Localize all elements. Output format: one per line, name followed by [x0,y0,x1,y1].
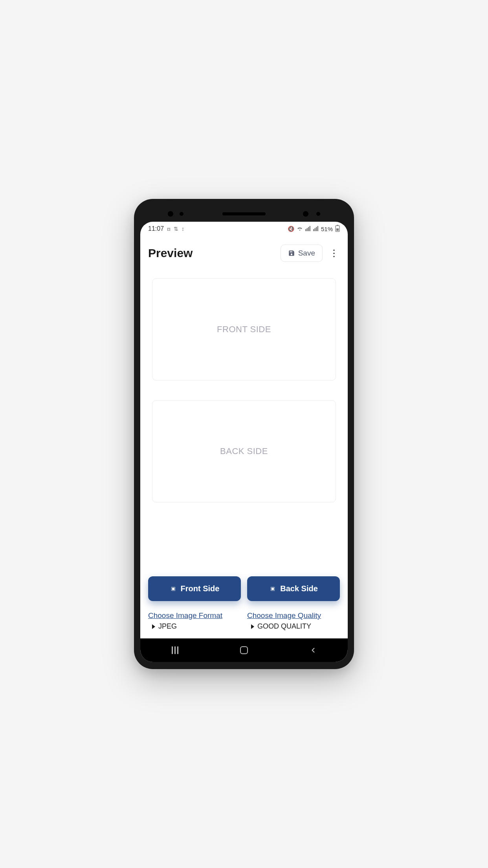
triangle-right-icon [152,624,155,629]
more-menu-button[interactable]: ⋮ [328,245,340,261]
save-button[interactable]: Save [281,245,323,262]
image-format-value: JPEG [158,622,177,631]
crop-icon [269,585,276,592]
status-battery-percent: 51% [321,226,333,232]
back-side-preview[interactable]: BACK SIDE [152,400,336,502]
app-header: Preview Save ⋮ [140,236,348,270]
svg-rect-4 [313,229,314,231]
status-icon: ⇅ [174,226,178,232]
battery-icon [335,225,340,233]
status-icon: ⧈ [167,226,171,232]
signal-icon [313,226,319,232]
wifi-icon [297,226,303,232]
mute-icon: 🔇 [288,226,294,232]
signal-icon [305,226,311,232]
nav-back-button[interactable] [301,642,325,658]
more-vertical-icon: ⋮ [329,248,339,259]
image-quality-selector[interactable]: GOOD QUALITY [247,622,340,631]
front-side-button-label: Front Side [181,584,220,593]
front-side-button[interactable]: Front Side [148,576,241,601]
options-row: Choose Image Format JPEG Choose Image Qu… [140,601,348,638]
home-icon [240,646,248,654]
phone-frame: 11:07 ⧈ ⇅ ↕ 🔇 51% [134,199,354,669]
phone-notch [140,206,348,222]
svg-rect-14 [272,588,274,590]
image-format-selector[interactable]: JPEG [148,622,241,631]
back-side-label: BACK SIDE [220,446,268,456]
svg-rect-2 [308,227,309,231]
crop-icon [170,585,177,592]
recents-icon [172,646,178,654]
svg-rect-7 [317,226,318,231]
front-side-label: FRONT SIDE [217,324,271,335]
back-side-button-label: Back Side [280,584,318,593]
save-button-label: Save [298,249,315,257]
triangle-right-icon [251,624,254,629]
nav-recents-button[interactable] [163,642,187,658]
svg-rect-1 [306,228,308,231]
status-icon: ↕ [182,226,184,232]
svg-rect-12 [172,588,174,590]
status-time: 11:07 [148,225,164,232]
android-nav-bar [140,638,348,662]
svg-rect-6 [316,227,317,231]
image-quality-label[interactable]: Choose Image Quality [247,611,340,620]
nav-home-button[interactable] [232,642,256,658]
svg-rect-0 [305,229,306,231]
svg-rect-5 [314,228,316,231]
save-icon [288,250,295,257]
status-bar: 11:07 ⧈ ⇅ ↕ 🔇 51% [140,222,348,236]
svg-rect-10 [336,228,339,231]
front-side-preview[interactable]: FRONT SIDE [152,278,336,381]
content-area: FRONT SIDE BACK SIDE [140,270,348,561]
svg-rect-3 [309,226,310,231]
action-button-row: Front Side Back Side [140,561,348,601]
back-icon [309,646,317,654]
page-title: Preview [148,246,193,260]
image-quality-value: GOOD QUALITY [257,622,311,631]
back-side-button[interactable]: Back Side [247,576,340,601]
screen: 11:07 ⧈ ⇅ ↕ 🔇 51% [140,222,348,662]
image-format-label[interactable]: Choose Image Format [148,611,241,620]
